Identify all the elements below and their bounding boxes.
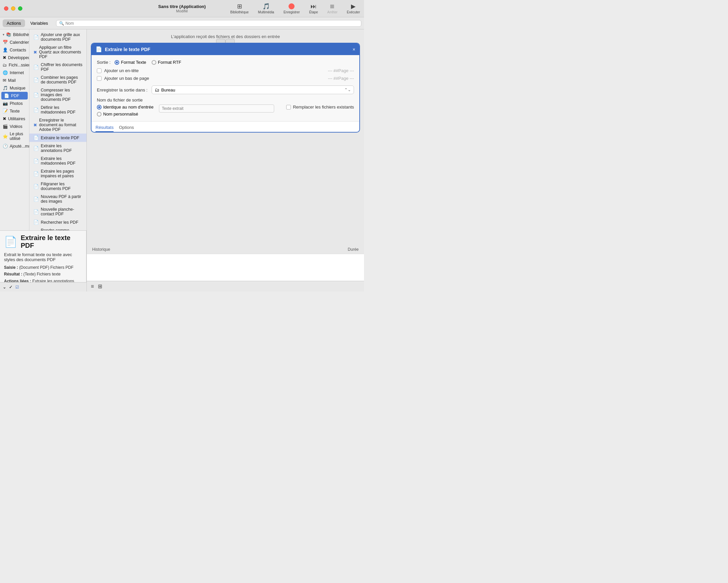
pdf-action-icon: 📄 — [33, 35, 39, 40]
etape-label: Étape — [309, 10, 318, 14]
list-item[interactable]: 📄 Nouveau PDF à partir des images — [29, 193, 86, 205]
card-tab-resultats[interactable]: Résultats — [96, 124, 113, 132]
sidebar-item-musique[interactable]: 🎵 Musique — [0, 84, 29, 92]
bibliotheque-tree-label: Bibliothèque — [13, 32, 29, 37]
info-title: Extraire le texte PDF — [21, 234, 82, 249]
etape-icon: ⏭ — [311, 3, 317, 9]
action-card-header: 📄 Extraire le texte PDF × — [92, 44, 359, 55]
list-item[interactable]: 📄 Chiffrer les documents PDF — [29, 61, 86, 74]
toolbar-arreter: ⏹ Arrêter — [327, 3, 338, 14]
list-item[interactable]: 📄 Filigraner les documents PDF — [29, 180, 86, 193]
list-item[interactable]: 📄 Combiner les pages de documents PDF — [29, 74, 86, 86]
toolbar-executer[interactable]: ▶ Exécuter — [347, 3, 360, 14]
internet-icon: 🌐 — [3, 70, 8, 75]
list-item[interactable]: 📄 Extraire les métadonnées PDF — [29, 155, 86, 167]
radio-identique[interactable]: Identique au nom d'entrée — [97, 105, 154, 109]
videos-icon: 🎬 — [3, 124, 8, 129]
grid-view-button[interactable]: ⊞ — [98, 283, 102, 290]
sidebar-item-calendrier[interactable]: 📅 Calendrier — [0, 38, 29, 46]
folder-selector[interactable]: 🗂 Bureau ⌃⌄ — [152, 85, 354, 94]
action-label: Rechercher les PDF — [41, 220, 78, 225]
sidebar-item-plus-utilise[interactable]: ⭐ Le plus utilisé — [0, 130, 29, 142]
texte-label: Texte — [10, 109, 20, 113]
list-item-selected[interactable]: 📄 Extraire le texte PDF — [29, 134, 86, 142]
sidebar-item-utilitaires[interactable]: ✖ Utilitaires — [0, 115, 29, 123]
search-box: 🔍 — [56, 20, 361, 27]
sidebar-item-mail[interactable]: ✉ Mail — [0, 77, 29, 84]
texte-extrait-input[interactable] — [159, 105, 275, 112]
entete-checkbox[interactable] — [97, 69, 102, 73]
arreter-label: Arrêter — [327, 10, 338, 14]
radio-format-rtf[interactable]: Format RTF — [152, 60, 181, 65]
action-label: Appliquer un filtre Quartz aux documents… — [39, 45, 82, 59]
list-item[interactable]: 📄 Rendre comme image...es de documents P… — [29, 227, 86, 230]
utilitaires-label: Utilitaires — [8, 116, 25, 121]
sidebar-item-ajoute[interactable]: 🕐 Ajouté...mment — [0, 142, 29, 150]
card-tab-options[interactable]: Options — [119, 124, 134, 132]
search-icon: 🔍 — [59, 21, 64, 26]
radio-personnalise[interactable]: Nom personnalisé — [97, 111, 154, 116]
radio-format-texte[interactable]: Format Texte — [114, 60, 146, 65]
bas-value: --- ##Page --- — [328, 76, 354, 81]
search-input[interactable] — [66, 21, 358, 26]
executer-label: Exécuter — [347, 10, 360, 14]
left-panel-inner: ▾ 📚 Bibliothèque 📅 Calendrier 👤 Contacts… — [0, 29, 86, 230]
actions-liees-label: Actions liées : — [4, 279, 31, 282]
toolbar-enregistrer[interactable]: Enregistrer — [284, 3, 300, 14]
list-item[interactable]: 📄 Compresser les images des documents PD… — [29, 86, 86, 104]
action-card-icon: 📄 — [96, 46, 102, 52]
replace-checkbox[interactable] — [286, 105, 291, 109]
sidebar-item-fichiers[interactable]: 🗂 Fichi...ssiers — [0, 61, 29, 69]
list-item[interactable]: 📄 Nouvelle planche-contact PDF — [29, 205, 86, 218]
list-item[interactable]: 📄 Extraire les annotations PDF — [29, 142, 86, 155]
list-item[interactable]: 📄 Ajouter une grille aux documents PDF — [29, 31, 86, 44]
executer-icon: ▶ — [351, 3, 356, 9]
info-icon: 📄 — [4, 235, 17, 248]
list-item[interactable]: 📄 Rechercher les PDF — [29, 218, 86, 227]
list-item[interactable]: 📄 Définir les métadonnées PDF — [29, 104, 86, 116]
sidebar-item-texte[interactable]: 📝 Texte — [0, 107, 29, 115]
sidebar-item-pdf[interactable]: 📄 PDF — [1, 92, 28, 100]
list-item[interactable]: 📄 Extraire les pages impaires et paires — [29, 167, 86, 180]
minimize-button[interactable] — [11, 6, 15, 11]
sidebar-item-internet[interactable]: 🌐 Internet — [0, 69, 29, 77]
close-button[interactable] — [4, 6, 8, 11]
photos-label: Photos — [10, 101, 23, 106]
ajoute-label: Ajouté...mment — [10, 144, 29, 149]
window-title: Sans titre (Application) — [158, 4, 206, 9]
arreter-icon: ⏹ — [329, 3, 335, 9]
action-label: Rendre comme image...es de documents PDF — [41, 228, 82, 230]
sidebar-item-videos[interactable]: 🎬 Vidéos — [0, 123, 29, 130]
maximize-button[interactable] — [18, 6, 22, 11]
bas-checkbox[interactable] — [97, 76, 102, 81]
action-card-close-button[interactable]: × — [353, 47, 355, 52]
sidebar-item-contacts[interactable]: 👤 Contacts — [0, 46, 29, 54]
tab-actions[interactable]: Actions — [3, 19, 25, 27]
list-view-button[interactable]: ≡ — [91, 284, 94, 290]
pdf-action-icon: ✖ — [33, 50, 37, 55]
action-label: Ajouter une grille aux documents PDF — [41, 32, 82, 42]
right-panel: L'application reçoit des fichiers et des… — [87, 29, 364, 292]
tab-variables[interactable]: Variables — [26, 19, 52, 27]
info-description: Extrait le format texte ou texte avec st… — [4, 252, 82, 262]
sidebar-item-bibliotheque[interactable]: ▾ 📚 Bibliothèque — [0, 31, 29, 38]
action-card: 📄 Extraire le texte PDF × Sortie : — [91, 43, 360, 133]
toolbar-bibliotheque[interactable]: ⊞ Bibliothèque — [230, 3, 249, 14]
sidebar-item-photos[interactable]: 📷 Photos — [0, 100, 29, 107]
radio-texte-dot — [116, 61, 118, 63]
toolbar-etape[interactable]: ⏭ Étape — [309, 3, 318, 14]
titlebar: Sans titre (Application) Modifié ⊞ Bibli… — [0, 0, 364, 17]
list-item[interactable]: ✖ Enregistrer le document au format Adob… — [29, 116, 86, 134]
toolbar-multimedia[interactable]: 🎵 Multimédia — [258, 3, 274, 14]
actions-list: 📄 Ajouter une grille aux documents PDF ✖… — [29, 29, 86, 230]
left-panel-wrapper: ▾ 📚 Bibliothèque 📅 Calendrier 👤 Contacts… — [0, 29, 87, 292]
photos-icon: 📷 — [3, 101, 8, 106]
history-col-historique: Historique — [92, 247, 110, 252]
pdf-action-icon: 📄 — [33, 65, 39, 70]
sidebar-item-developpeur[interactable]: ✖ Développeur — [0, 54, 29, 61]
folder-icon: 🗂 — [155, 87, 159, 92]
list-item[interactable]: ✖ Appliquer un filtre Quartz aux documen… — [29, 44, 86, 61]
bas-label: Ajouter un bas de page — [104, 76, 149, 81]
history-rows — [87, 254, 364, 281]
developpeur-icon: ✖ — [3, 55, 6, 60]
